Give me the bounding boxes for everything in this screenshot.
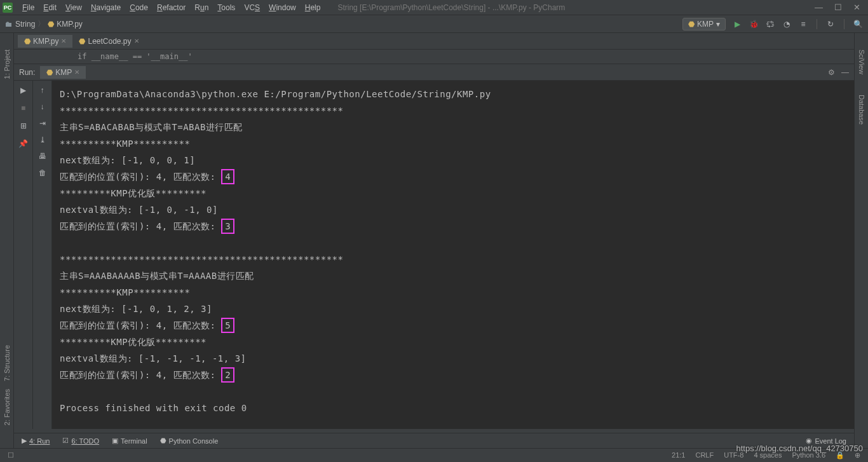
down-arrow-icon[interactable]: ↓	[37, 101, 48, 112]
status-pos[interactable]: 21:1	[672, 451, 685, 459]
run-tab-label: KMP	[55, 68, 72, 77]
up-arrow-icon[interactable]: ↑	[37, 85, 48, 96]
sidebar-sciview[interactable]: SciView	[858, 46, 865, 78]
minimize-panel-icon[interactable]: ―	[841, 68, 849, 77]
debug-button[interactable]: 🐞	[749, 19, 759, 29]
python-file-icon: ⬣	[79, 37, 85, 46]
menu-view[interactable]: View	[61, 2, 86, 13]
run-config-select[interactable]: ⬣ KMP ▾	[682, 18, 726, 31]
menu-refactor[interactable]: Refactor	[153, 2, 190, 13]
coverage-button[interactable]: ⮔	[765, 19, 775, 29]
menu-vcs[interactable]: VCS	[240, 2, 264, 13]
maximize-icon[interactable]: ☐	[834, 3, 842, 12]
close-tab-icon[interactable]: ✕	[74, 69, 79, 76]
print-icon[interactable]: 🖶	[37, 151, 48, 162]
wrap-icon[interactable]: ⇥	[37, 118, 48, 129]
tab-leetcode[interactable]: ⬣ LeetCode.py ✕	[72, 35, 145, 48]
run-label: Run:	[19, 68, 35, 77]
bottom-pyconsole[interactable]: ⬣ Python Console	[160, 437, 219, 445]
chevron-down-icon: ▾	[716, 20, 720, 29]
menu-navigate[interactable]: Navigate	[86, 2, 125, 13]
highlight-box: 5	[221, 318, 234, 333]
highlight-box: 4	[221, 169, 234, 184]
menu-help[interactable]: Help	[301, 2, 325, 13]
bottom-run[interactable]: ▶ 4: Run	[22, 437, 50, 445]
folder-icon: 🖿	[5, 20, 13, 29]
bottom-eventlog[interactable]: ◉ Event Log	[806, 437, 846, 445]
bottom-todo[interactable]: ☑ 6: TODO	[62, 437, 99, 445]
breadcrumb: 🖿 String 〉 ⬣ KMP.py	[5, 18, 83, 29]
settings-icon[interactable]: ⚙	[828, 68, 835, 77]
title-path: String [E:\Program\Python\LeetCode\Strin…	[337, 3, 815, 12]
breadcrumb-folder[interactable]: String	[15, 20, 35, 29]
python-icon: ⬣	[46, 68, 53, 77]
indicator-icon[interactable]: ⊕	[855, 451, 860, 459]
menu-run[interactable]: Run	[190, 2, 213, 13]
run-tab[interactable]: ⬣ KMP ✕	[40, 66, 86, 79]
sidebar-project[interactable]: 1: Project	[3, 46, 11, 83]
console-output[interactable]: D:\ProgramData\Anaconda3\python.exe E:/P…	[52, 81, 854, 429]
layout-button[interactable]: ⊞	[18, 120, 29, 132]
close-tab-icon[interactable]: ✕	[134, 37, 139, 44]
highlight-box: 2	[221, 367, 234, 383]
bottom-terminal[interactable]: ▣ Terminal	[112, 437, 147, 445]
python-icon: ⬣	[688, 20, 695, 29]
code-breadcrumb: if __name__ == '__main__'	[14, 50, 854, 64]
trash-icon[interactable]: 🗑	[37, 167, 48, 179]
status-eol[interactable]: CRLF	[695, 451, 714, 459]
menu-file[interactable]: File	[18, 2, 39, 13]
minimize-icon[interactable]: ―	[815, 3, 823, 12]
close-tab-icon[interactable]: ✕	[61, 37, 66, 44]
status-python[interactable]: Python 3.6	[792, 451, 825, 459]
profile-button[interactable]: ◔	[782, 19, 792, 29]
concurrency-button[interactable]: ≡	[798, 19, 808, 29]
menu-edit[interactable]: Edit	[39, 2, 61, 13]
sidebar-structure[interactable]: 7: Structure	[3, 341, 11, 385]
status-indent[interactable]: 4 spaces	[754, 451, 782, 459]
scroll-icon[interactable]: ⤓	[37, 134, 48, 146]
update-button[interactable]: ↻	[825, 19, 836, 29]
close-icon[interactable]: ✕	[853, 3, 860, 12]
rerun-button[interactable]: ▶	[18, 85, 29, 96]
python-file-icon: ⬣	[48, 20, 54, 29]
tab-label: LeetCode.py	[88, 37, 131, 46]
lock-icon[interactable]: 🔒	[836, 451, 844, 459]
python-file-icon: ⬣	[24, 37, 31, 46]
breadcrumb-file[interactable]: KMP.py	[57, 20, 82, 29]
tab-kmp[interactable]: ⬣ KMP.py ✕	[18, 35, 72, 48]
highlight-box: 3	[221, 219, 234, 234]
chevron-right-icon: 〉	[37, 18, 45, 29]
sidebar-database[interactable]: Database	[858, 91, 865, 128]
run-button[interactable]: ▶	[732, 19, 742, 29]
status-icon[interactable]: ☐	[8, 451, 14, 459]
menu-window[interactable]: Window	[264, 2, 301, 13]
menu-tools[interactable]: Tools	[213, 2, 240, 13]
status-enc[interactable]: UTF-8	[724, 451, 743, 459]
stop-button[interactable]: ■	[18, 102, 29, 114]
menu-code[interactable]: Code	[125, 2, 153, 13]
search-button[interactable]: 🔍	[853, 19, 863, 29]
run-config-label: KMP	[697, 20, 714, 29]
pin-button[interactable]: 📌	[18, 138, 29, 149]
app-logo: PC	[3, 3, 13, 13]
sidebar-favorites[interactable]: 2: Favorites	[3, 385, 11, 429]
tab-label: KMP.py	[33, 37, 58, 46]
